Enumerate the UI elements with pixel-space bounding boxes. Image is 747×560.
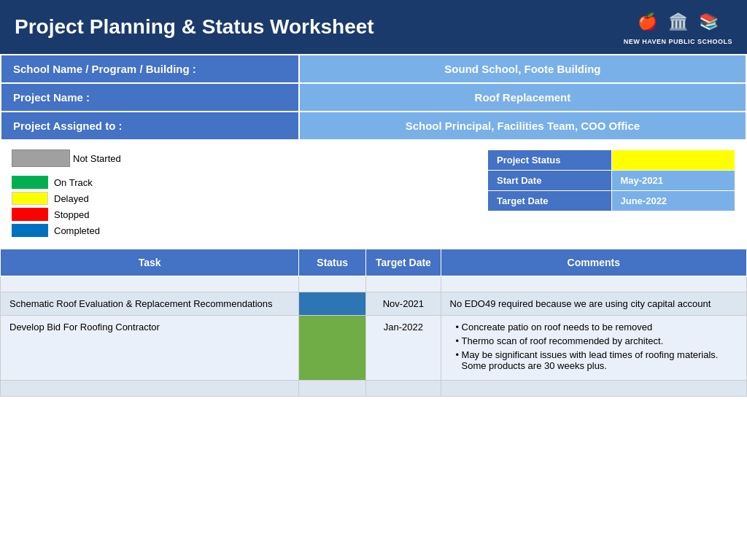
list-item: May be significant issues with lead time…	[462, 349, 738, 371]
project-status-row: Project Status	[488, 150, 735, 171]
book-icon: 📚	[695, 9, 721, 35]
status-col-header: Status	[299, 249, 366, 276]
task-col-header: Task	[1, 249, 299, 276]
comment-text: No EDO49 required because we are using c…	[450, 298, 711, 309]
page-title: Project Planning & Status Worksheet	[15, 15, 374, 39]
project-name-label: Project Name :	[1, 83, 299, 112]
table-row	[1, 276, 747, 292]
target-cell: Nov-2021	[366, 292, 441, 316]
legend-item-delayed: Delayed	[12, 192, 158, 205]
not-started-row: Not Started	[12, 149, 158, 167]
comments-list: Concreate patio on roof needs to be remo…	[450, 322, 738, 371]
table-row	[1, 381, 747, 397]
status-cell-blue	[299, 292, 366, 316]
completed-color	[12, 224, 48, 237]
task-cell: Develop Bid For Roofing Contractor	[1, 316, 299, 381]
info-table: School Name / Program / Building : Sound…	[0, 54, 747, 141]
assigned-value: School Principal, Facilities Team, COO O…	[299, 112, 746, 140]
project-status-label: Project Status	[488, 150, 612, 171]
task-cell	[1, 276, 299, 292]
target-date-label: Target Date	[488, 191, 612, 211]
target-cell: Jan-2022	[366, 316, 441, 381]
on-track-color	[12, 176, 48, 189]
task-cell: Schematic Roof Evaluation & Replacement …	[1, 292, 299, 316]
target-date-value: June-2022	[611, 191, 735, 211]
not-started-label: Not Started	[73, 153, 121, 164]
legend-item-stopped: Stopped	[12, 208, 158, 221]
comments-col-header: Comments	[441, 249, 746, 276]
page-header: Project Planning & Status Worksheet 🍎 🏛️…	[0, 0, 747, 54]
list-item: Concreate patio on roof needs to be remo…	[462, 322, 738, 332]
school-value: Sound School, Foote Building	[299, 55, 746, 83]
start-date-row: Start Date May-2021	[488, 171, 735, 191]
legend: Not Started On Track Delayed Stopped Com…	[12, 149, 158, 237]
target-date-row: Target Date June-2022	[488, 191, 735, 211]
completed-label: Completed	[54, 225, 100, 236]
delayed-label: Delayed	[54, 193, 89, 204]
task-cell	[1, 381, 299, 397]
info-row-school: School Name / Program / Building : Sound…	[1, 55, 746, 83]
middle-section: Not Started On Track Delayed Stopped Com…	[0, 141, 747, 246]
status-cell	[299, 276, 366, 292]
info-row-assigned: Project Assigned to : School Principal, …	[1, 112, 746, 140]
comments-cell: No EDO49 required because we are using c…	[441, 292, 746, 316]
building-icon: 🏛️	[665, 9, 691, 35]
target-cell	[366, 276, 441, 292]
legend-item-on-track: On Track	[12, 176, 158, 189]
table-row: Develop Bid For Roofing Contractor Jan-2…	[1, 316, 747, 381]
delayed-color	[12, 192, 48, 205]
target-col-header: Target Date	[366, 249, 441, 276]
info-row-project-name: Project Name : Roof Replacement	[1, 83, 746, 112]
project-name-value: Roof Replacement	[299, 83, 746, 112]
not-started-swatch	[12, 149, 70, 167]
start-date-label: Start Date	[488, 171, 612, 191]
stopped-color	[12, 208, 48, 221]
target-cell	[366, 381, 441, 397]
status-cell-green	[299, 316, 366, 381]
status-table: Project Status Start Date May-2021 Targe…	[487, 149, 735, 211]
apple-icon: 🍎	[634, 9, 660, 35]
logo-icons: 🍎 🏛️ 📚	[634, 9, 721, 35]
status-table-wrap: Project Status Start Date May-2021 Targe…	[172, 149, 735, 211]
logo-area: 🍎 🏛️ 📚 NEW HAVEN PUBLIC SCHOOLS	[624, 9, 732, 45]
task-table-header-row: Task Status Target Date Comments	[1, 249, 747, 276]
project-status-value	[611, 150, 735, 171]
comments-cell	[441, 381, 746, 397]
start-date-value: May-2021	[611, 171, 735, 191]
comments-cell: Concreate patio on roof needs to be remo…	[441, 316, 746, 381]
stopped-label: Stopped	[54, 209, 89, 220]
on-track-label: On Track	[54, 177, 93, 188]
task-table: Task Status Target Date Comments Schemat…	[0, 249, 747, 397]
list-item: Thermo scan of roof recommended by archi…	[462, 335, 738, 346]
table-row: Schematic Roof Evaluation & Replacement …	[1, 292, 747, 316]
status-cell	[299, 381, 366, 397]
school-label: School Name / Program / Building :	[1, 55, 299, 83]
assigned-label: Project Assigned to :	[1, 112, 299, 140]
legend-item-completed: Completed	[12, 224, 158, 237]
comments-cell	[441, 276, 746, 292]
logo-text: NEW HAVEN PUBLIC SCHOOLS	[624, 38, 732, 45]
